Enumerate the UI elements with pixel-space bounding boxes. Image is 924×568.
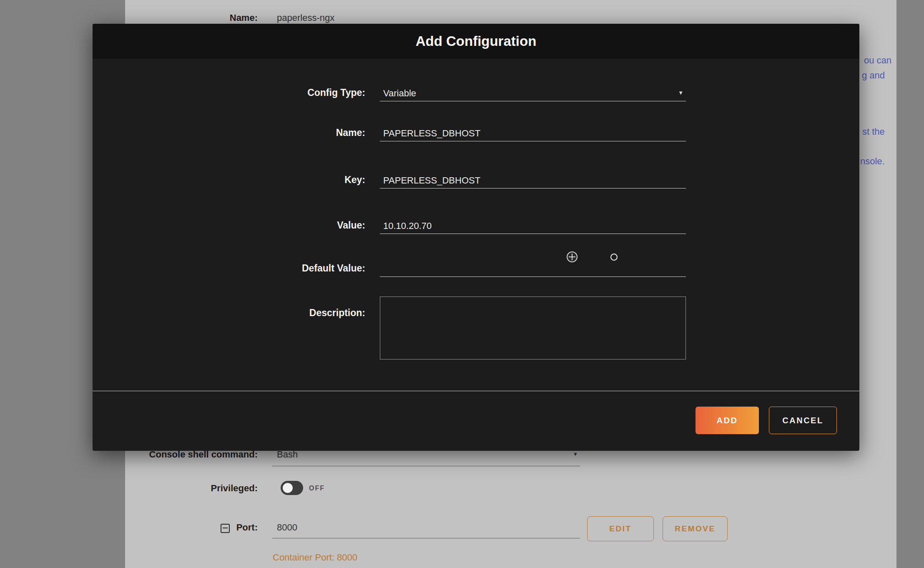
modal-header: Add Configuration [93,24,859,59]
screen: Name: paperless-ngx ou can g and st the … [0,0,924,568]
remove-button[interactable]: REMOVE [663,516,728,541]
help-text-fragment: ou can [864,55,891,66]
value-value: 10.10.20.70 [383,221,432,231]
help-text-fragment: nsole. [860,156,885,167]
toggle-knob-icon [283,483,293,493]
chevron-down-icon: ▼ [573,451,578,457]
description-label: Description: [93,307,365,319]
chevron-down-icon: ▼ [678,90,683,96]
name-value: PAPERLESS_DBHOST [383,128,480,139]
name-label: Name: [93,127,365,138]
help-text-fragment: g and [862,70,885,81]
default-value-label: Default Value: [93,263,365,274]
name-input[interactable]: PAPERLESS_DBHOST [380,125,686,141]
console-shell-underline [272,466,580,466]
description-textarea[interactable] [380,297,686,359]
config-type-select[interactable]: Variable ▼ [380,85,686,101]
name-field-value: paperless-ngx [277,13,334,23]
config-type-value: Variable [383,88,416,99]
cancel-button[interactable]: CANCEL [769,407,837,434]
port-input[interactable]: 8000 [277,522,297,533]
name-field-label: Name: [0,13,258,23]
default-value-input[interactable] [380,260,686,277]
privileged-state-text: OFF [309,485,325,492]
config-type-label: Config Type: [93,87,365,98]
port-label: Port: [0,522,258,533]
key-input[interactable]: PAPERLESS_DBHOST [380,172,686,188]
port-underline [272,538,580,538]
key-value: PAPERLESS_DBHOST [383,175,480,186]
add-button[interactable]: ADD [696,407,759,434]
help-text-fragment: st the [862,126,885,137]
privileged-label: Privileged: [0,483,258,494]
container-port-text: Container Port: 8000 [273,552,357,563]
modal-title: Add Configuration [93,24,859,59]
edit-button[interactable]: EDIT [587,516,654,541]
value-label: Value: [93,220,365,231]
cursor-crosshair-icon [567,251,578,262]
cursor-dot-icon [610,254,618,261]
privileged-toggle[interactable] [281,481,303,495]
value-input[interactable]: 10.10.20.70 [380,217,686,234]
key-label: Key: [93,174,365,186]
modal-footer-divider [93,391,859,391]
add-configuration-modal: Add Configuration Config Type: Variable … [93,24,859,451]
